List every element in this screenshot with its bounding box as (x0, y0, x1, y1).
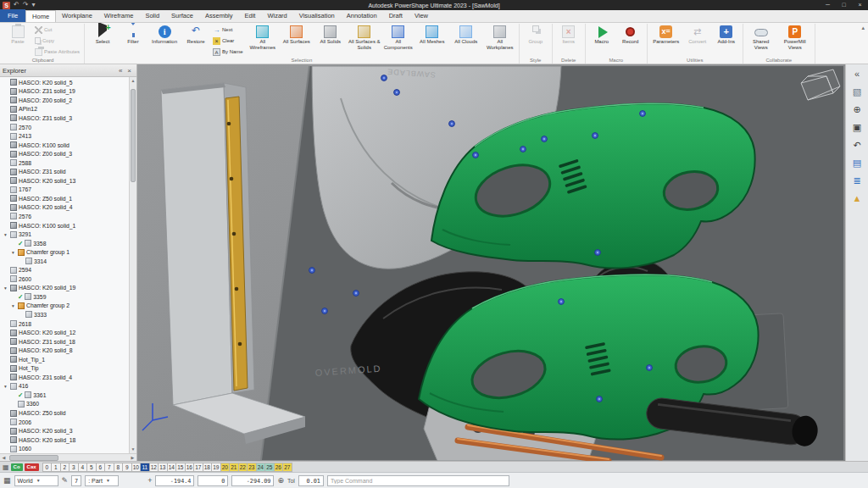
tab-file[interactable]: File (0, 9, 25, 22)
tree-item[interactable]: 2618 (0, 319, 129, 329)
selection-filter-select[interactable]: : Part ▼ (85, 475, 119, 486)
tree-item[interactable]: 2594 (0, 265, 129, 274)
tree-expander-icon[interactable]: ▾ (3, 232, 8, 237)
parameters-button[interactable]: x= Parameters (650, 25, 682, 45)
tab-draft[interactable]: Draft (383, 10, 409, 22)
tree-item[interactable]: 2576 (0, 212, 129, 221)
tab-home[interactable]: Home (25, 10, 56, 22)
viewport-canvas[interactable]: OVERMOLD SAWBLADE (137, 64, 845, 461)
scroll-down-icon[interactable]: ▼ (130, 446, 136, 453)
tree-item[interactable]: HASCO: Z31 solid_18 (0, 337, 129, 347)
information-button[interactable]: i Information (148, 25, 181, 45)
tree-item[interactable]: ▾HASCO: K20 solid_19 (0, 284, 129, 293)
app-icon[interactable]: S (3, 2, 10, 9)
tree-item[interactable]: HASCO: Z00 solid_3 (0, 149, 129, 158)
tab-assembly[interactable]: Assembly (199, 10, 239, 22)
levels-grid-icon[interactable]: ▦ (3, 463, 9, 471)
tree-item[interactable]: HASCO: K20 solid_13 (0, 176, 129, 186)
lock-coordinates-icon[interactable]: ⊕ (277, 476, 284, 485)
tree-item[interactable]: 3314 (0, 257, 129, 266)
paste-button[interactable]: Paste (4, 25, 31, 45)
minimize-button[interactable]: ─ (820, 0, 836, 10)
level-27[interactable]: 27 (282, 463, 292, 472)
screw-icon[interactable] (381, 75, 387, 81)
screw-icon[interactable] (640, 111, 646, 117)
all-all-surfaces-solids-button[interactable]: All Surfaces & Solids (348, 25, 381, 50)
all-all-meshes-button[interactable]: All Meshes (416, 25, 448, 45)
all-all-workplanes-button[interactable]: All Workplanes (484, 25, 516, 50)
tree-item[interactable]: HASCO: K20 solid_3 (0, 426, 129, 435)
tab-view[interactable]: View (409, 10, 434, 22)
edit-pencil-icon[interactable]: ✎ (62, 476, 69, 485)
all-all-surfaces-button[interactable]: All Surfaces (281, 25, 313, 45)
view-cube-icon[interactable]: ▧ (850, 85, 865, 98)
scroll-left-icon[interactable]: ◀ (0, 455, 8, 460)
record-button[interactable]: Record (617, 25, 644, 45)
tree-item[interactable]: 2413 (0, 131, 129, 141)
undo-icon[interactable]: ↶ (14, 1, 19, 9)
tree-item[interactable]: HASCO: K100 solid_1 (0, 221, 129, 230)
collapse-panel-icon[interactable]: « (850, 67, 865, 80)
level-badge-cax[interactable]: Cax (25, 463, 39, 471)
render-pyramid-icon[interactable]: ▲ (850, 191, 865, 205)
tree-expander-icon[interactable]: ▾ (3, 384, 8, 389)
tree-item[interactable]: ▾Chamfer group 2 (0, 302, 129, 311)
tree-expander-icon[interactable]: ▾ (3, 286, 8, 291)
copy-button[interactable]: Copy (33, 36, 81, 46)
screw-icon[interactable] (647, 365, 653, 371)
tab-wireframe[interactable]: Wireframe (98, 10, 140, 22)
scroll-right-icon[interactable]: ▶ (129, 455, 136, 460)
tree-item[interactable]: HASCO: Z31 solid (0, 167, 129, 176)
tree-item[interactable]: 1767 (0, 186, 129, 195)
screw-icon[interactable] (353, 291, 359, 297)
command-input[interactable] (327, 475, 509, 486)
close-button[interactable]: × (852, 0, 868, 10)
tree-item[interactable]: HASCO: Z31 solid_19 (0, 87, 129, 97)
screw-icon[interactable] (473, 152, 479, 158)
tab-edit[interactable]: Edit (238, 10, 261, 22)
powermill-button[interactable]: P PowerMill Views (778, 25, 812, 50)
tree-item[interactable]: HASCO: K20 solid_8 (0, 346, 129, 355)
tree-item[interactable]: APin12 (0, 105, 129, 114)
autohide-panel-icon[interactable]: « (116, 67, 125, 75)
scrollbar-thumb[interactable] (9, 455, 58, 461)
all-all-clouds-button[interactable]: All Clouds (450, 25, 482, 45)
tab-visualisation[interactable]: Visualisation (293, 10, 341, 22)
tree-item[interactable]: HASCO: Z50 solid_1 (0, 194, 129, 203)
tree-item[interactable]: 2570 (0, 123, 129, 132)
screw-icon[interactable] (542, 136, 548, 142)
workplane-grid-icon[interactable]: ▦ (3, 476, 11, 485)
restore-button[interactable]: ↶ Restore (182, 25, 209, 45)
select-button[interactable]: + Select (87, 25, 118, 45)
group-button[interactable]: Group (522, 25, 549, 45)
filter-button[interactable]: Filter (120, 25, 147, 45)
tolerance-value[interactable]: 0.01 (298, 475, 324, 486)
tree-item[interactable]: ▾Chamfer group 1 (0, 247, 129, 257)
cut-button[interactable]: Cut (33, 25, 81, 35)
tree-item[interactable]: HASCO: Z31 solid_4 (0, 373, 129, 382)
scroll-up-icon[interactable]: ▲ (130, 77, 136, 85)
zoom-in-icon[interactable]: ⊕ (850, 103, 865, 116)
tree-item[interactable]: 2600 (0, 274, 129, 284)
redo-icon[interactable]: ↷ (23, 1, 29, 9)
tree-item[interactable]: HASCO: K20 solid_4 (0, 203, 129, 213)
previous-view-icon[interactable]: ↶ (850, 138, 865, 152)
coordinate-x[interactable]: -194.4 (155, 475, 194, 486)
tree-item[interactable]: ✓3358 (0, 239, 129, 248)
tree-item[interactable]: 1060 (0, 444, 129, 453)
zoom-window-icon[interactable]: ▣ (850, 120, 865, 134)
tree-item[interactable]: 3360 (0, 400, 129, 409)
tab-solid[interactable]: Solid (139, 10, 165, 22)
screw-icon[interactable] (322, 308, 328, 314)
coordinate-z[interactable]: -294.09 (231, 475, 274, 486)
tree-item[interactable]: 2006 (0, 418, 129, 427)
screw-icon[interactable] (597, 396, 603, 402)
screw-icon[interactable] (595, 250, 601, 256)
tree-item[interactable]: 2588 (0, 158, 129, 168)
all-all-components-button[interactable]: All Components (382, 25, 415, 50)
all-all-wireframes-button[interactable]: All Wireframes (247, 25, 279, 50)
screw-icon[interactable] (394, 90, 400, 96)
tree-item[interactable]: HASCO: Z31 solid_3 (0, 114, 129, 123)
tree-item[interactable]: Hot_Tip_1 (0, 355, 129, 364)
coordinate-y[interactable]: 0 (198, 475, 228, 486)
